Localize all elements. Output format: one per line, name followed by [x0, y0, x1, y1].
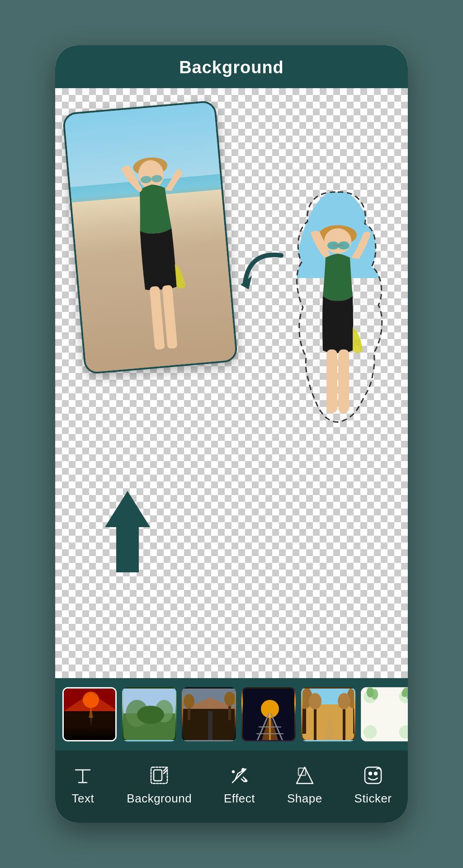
- shape-tool[interactable]: Shape: [280, 760, 330, 809]
- thumbnail-4[interactable]: [241, 687, 296, 741]
- sticker-tool[interactable]: Sticker: [347, 760, 399, 809]
- svg-rect-21: [90, 716, 92, 741]
- thumbnail-6[interactable]: [361, 687, 408, 741]
- text-icon: [71, 764, 94, 787]
- svg-point-49: [309, 693, 321, 709]
- svg-rect-81: [365, 767, 381, 783]
- svg-point-20: [83, 692, 99, 708]
- thumb-3-img: [183, 689, 236, 741]
- svg-rect-32: [208, 711, 213, 741]
- svg-point-56: [364, 726, 377, 739]
- effect-tool[interactable]: Effect: [217, 760, 262, 809]
- svg-point-82: [369, 772, 372, 775]
- background-label: Background: [127, 792, 192, 806]
- cutout-dashed-border: [290, 188, 385, 432]
- thumb-2-img: [123, 689, 176, 741]
- svg-point-36: [224, 692, 235, 706]
- photo-frame[interactable]: [62, 100, 238, 374]
- sticker-label: Sticker: [354, 792, 392, 806]
- shape-icon: [293, 764, 317, 787]
- curve-arrow-svg: [236, 246, 290, 301]
- svg-rect-4: [150, 286, 165, 350]
- svg-point-59: [371, 689, 378, 700]
- text-label: Text: [72, 792, 94, 806]
- effect-icon: [228, 764, 251, 787]
- phone-container: Background: [55, 45, 408, 823]
- effect-label: Effect: [224, 792, 255, 806]
- up-arrow-svg: [100, 486, 155, 577]
- svg-point-78: [245, 780, 247, 782]
- thumb-6-img: [361, 687, 408, 741]
- thumbnail-1[interactable]: [62, 687, 117, 741]
- background-icon: [147, 764, 171, 787]
- curve-arrow-indicator: [236, 246, 290, 302]
- header-title: Background: [179, 58, 284, 77]
- svg-point-34: [184, 694, 194, 708]
- svg-point-51: [338, 693, 350, 709]
- effect-icon-svg: [229, 764, 250, 786]
- background-icon-svg: [148, 764, 170, 786]
- shape-label: Shape: [287, 792, 322, 806]
- thumbnails-strip: [55, 678, 408, 750]
- text-icon-svg: [72, 764, 94, 786]
- svg-rect-72: [154, 770, 162, 781]
- thumbnail-5[interactable]: [301, 687, 355, 741]
- sticker-icon-svg: [362, 764, 384, 786]
- thumb-4-img: [243, 689, 296, 741]
- beach-photo: [64, 102, 236, 373]
- app-header: Background: [55, 45, 408, 88]
- thumb-5-img: [302, 689, 355, 741]
- cutout-person-container[interactable]: [290, 188, 385, 432]
- svg-point-83: [374, 772, 377, 775]
- svg-point-27: [137, 706, 164, 724]
- thumbnail-2[interactable]: [122, 687, 176, 741]
- bottom-toolbar: Text Background: [55, 750, 408, 823]
- svg-point-77: [232, 771, 234, 773]
- thumb-1-img: [64, 689, 117, 741]
- arrow-up-indicator: [100, 486, 155, 579]
- background-tool[interactable]: Background: [119, 760, 199, 809]
- sticker-icon: [361, 764, 385, 787]
- person-in-frame-svg: [64, 102, 238, 375]
- thumbnail-3[interactable]: [182, 687, 236, 741]
- canvas-area[interactable]: [55, 88, 408, 678]
- text-tool[interactable]: Text: [64, 760, 102, 809]
- svg-marker-6: [105, 491, 150, 572]
- shape-icon-svg: [294, 764, 316, 786]
- svg-rect-5: [162, 285, 177, 349]
